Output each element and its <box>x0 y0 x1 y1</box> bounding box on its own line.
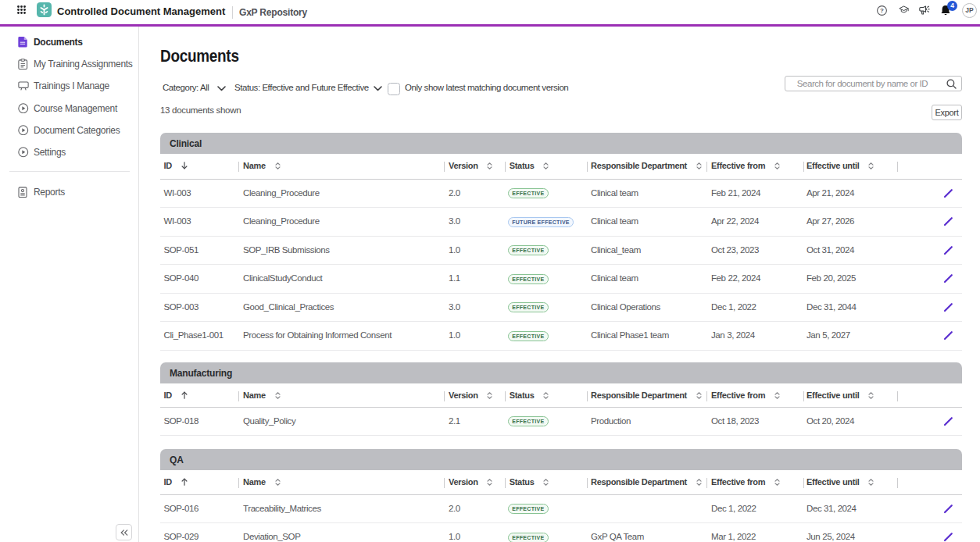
svg-text:?: ? <box>880 7 884 14</box>
